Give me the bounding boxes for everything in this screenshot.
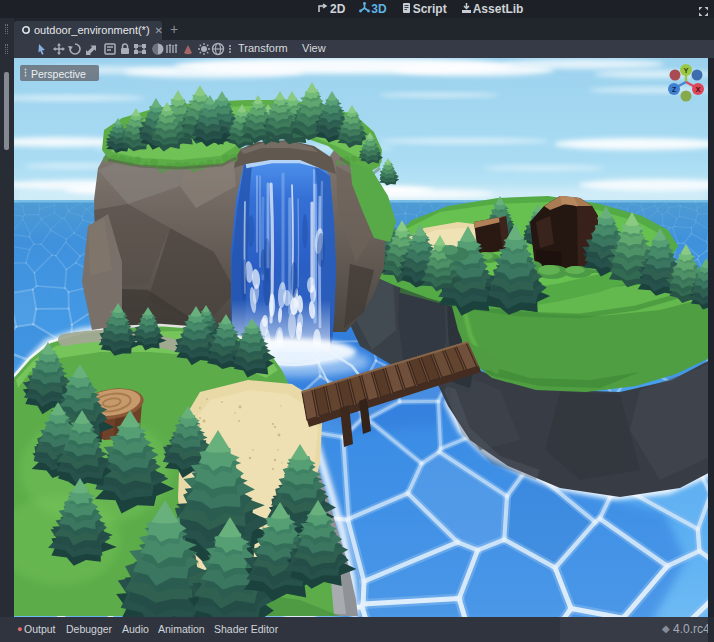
svg-text:X: X [695, 85, 700, 94]
svg-text:Y: Y [683, 66, 688, 75]
svg-text:Z: Z [672, 85, 677, 94]
svg-text:Perspective: Perspective [31, 68, 86, 80]
